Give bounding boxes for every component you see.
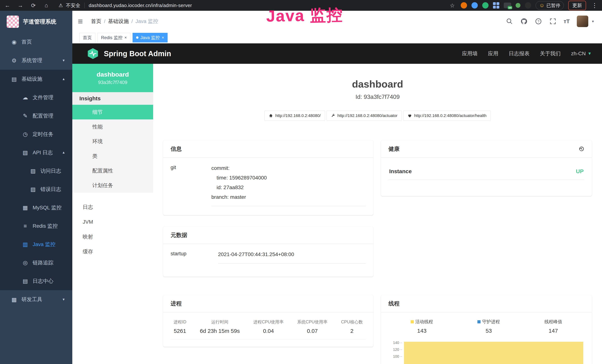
update-button[interactable]: 更新 [568, 1, 586, 10]
sidebar-item-log-center[interactable]: ▤ 日志中心 [0, 272, 72, 290]
sidebar-item-tracing[interactable]: ◎ 链路追踪 [0, 254, 72, 272]
sba-nav-journal[interactable]: 日志报表 [509, 50, 529, 57]
bookmark-star-icon[interactable]: ☆ [448, 2, 456, 9]
stat-value: 2 [341, 328, 363, 334]
sidebar-item-mysql-monitor[interactable]: ▦ MySQL 监控 [0, 198, 72, 217]
link-label: http://192.168.0.2:48080/ [275, 113, 321, 118]
sidebar-item-logfile[interactable]: 日志 [72, 200, 153, 214]
edit-icon: ✎ [22, 113, 29, 119]
infrastructure-submenu: ▤ 基础设施 ▲ ☁ 文件管理 ✎ 配置管理 ◷ 定时任务 ▧ API 日志 ▲ [0, 70, 72, 290]
close-icon[interactable]: × [124, 35, 127, 40]
reload-icon[interactable]: ⟳ [29, 2, 37, 9]
sidebar-item-caches[interactable]: 缓存 [72, 244, 153, 259]
sidebar-item-java-monitor[interactable]: ▥ Java 监控 [0, 235, 72, 254]
sidebar-item-label: MySQL 监控 [33, 204, 62, 211]
extension-icon-blue-drop[interactable] [472, 2, 478, 9]
startup-value: 2021-04-27T00:44:31.254+08:00 [218, 250, 366, 259]
page-title: dashboard [153, 78, 602, 90]
info-row-git: git commit: time: 1596289704000 id: 27aa… [171, 163, 366, 206]
back-icon[interactable]: ← [3, 2, 11, 9]
instance-header[interactable]: dashboard 93a3fc7f7409 [72, 64, 153, 92]
font-size-icon[interactable]: тT [564, 18, 570, 24]
metadata-card-body: startup 2021-04-27T00:44:31.254+08:00 [163, 244, 373, 270]
history-icon[interactable] [579, 146, 584, 152]
insight-item-configprops[interactable]: 配置属性 [72, 163, 153, 178]
sidebar-item-mappings[interactable]: 映射 [72, 229, 153, 244]
sba-nav-wallboard[interactable]: 应用墙 [462, 50, 478, 57]
insights-section-title: Insights [72, 92, 153, 105]
fullscreen-icon[interactable] [549, 18, 557, 25]
home-icon[interactable]: ⌂ [42, 2, 50, 9]
insight-item-metrics[interactable]: 性能 [72, 119, 153, 134]
sidebar-item-home[interactable]: ◉ 首页 [0, 33, 72, 51]
sidebar-item-file-management[interactable]: ☁ 文件管理 [0, 88, 72, 107]
sidebar-item-redis-monitor[interactable]: ≡ Redis 监控 [0, 217, 72, 235]
legend-value: 53 [477, 328, 500, 334]
insight-item-beans[interactable]: 类 [72, 149, 153, 163]
extension-icon-green[interactable] [482, 2, 489, 9]
url-text[interactable]: dashboard.yudao.iocoder.cn/infra/admin-s… [89, 3, 192, 8]
sidebar-toggle-icon[interactable]: ≡ [72, 16, 84, 26]
sidebar-item-jvm[interactable]: JVM [72, 214, 153, 229]
extension-icon-leaf[interactable] [516, 3, 520, 8]
close-icon[interactable]: × [162, 35, 164, 40]
process-card: 进程 进程ID 5261 运行时间 6d 23h 15m 59s [163, 295, 373, 347]
service-url-link[interactable]: http://192.168.0.2:48080/ [264, 111, 325, 121]
sidebar-item-error-logs[interactable]: ▨ 错误日志 [0, 180, 72, 198]
tab-label: Redis 监控 [101, 35, 123, 41]
sidebar-item-system-management[interactable]: ⚙ 系统管理 ▼ [0, 51, 72, 70]
tab-java-monitor[interactable]: Java 监控 × [133, 33, 168, 43]
sba-nav: 应用墙 应用 日志报表 关于我们 zh-CN ▼ [462, 50, 592, 57]
tab-redis-monitor[interactable]: Redis 监控 × [97, 33, 130, 43]
user-avatar[interactable] [577, 16, 588, 27]
chevron-down-icon: ▼ [62, 298, 65, 301]
avatar-caret-icon[interactable]: ▾ [592, 19, 594, 23]
sidebar-item-scheduled-tasks[interactable]: ◷ 定时任务 [0, 125, 72, 143]
extension-icon-puzzle[interactable] [525, 2, 531, 9]
live-threads-area [404, 342, 583, 364]
tab-label: Java 监控 [140, 35, 160, 41]
breadcrumb-section[interactable]: 基础设施 [108, 18, 129, 25]
search-icon[interactable] [506, 18, 513, 25]
sidebar-item-dev-tools[interactable]: ▩ 研发工具 ▼ [0, 290, 72, 309]
sidebar-item-infrastructure[interactable]: ▤ 基础设施 ▲ [0, 70, 72, 88]
tab-home[interactable]: 首页 [79, 33, 95, 43]
app-logo[interactable]: 芋道管理系统 [0, 11, 72, 33]
browser-menu-icon[interactable]: ⋮ [591, 2, 599, 9]
sidebar-item-config-management[interactable]: ✎ 配置管理 [0, 107, 72, 125]
info-key: git [171, 163, 211, 206]
sba-nav-about[interactable]: 关于我们 [540, 50, 561, 57]
cards-column-left: 信息 git commit: time: 1596289704000 id: 2… [163, 140, 373, 347]
cards-column-right: 健康 Instance UP [381, 140, 592, 364]
legend-label: 活动线程 [415, 319, 433, 325]
insight-item-scheduled-tasks[interactable]: 计划任务 [72, 178, 153, 193]
instance-sidebar: dashboard 93a3fc7f7409 Insights 细节 性能 环境… [72, 64, 153, 364]
sidebar-item-access-logs[interactable]: ▨ 访问日志 [0, 162, 72, 180]
extension-icon-grid[interactable] [493, 2, 499, 9]
sidebar-item-api-logs[interactable]: ▧ API 日志 ▲ [0, 143, 72, 162]
actuator-url-link[interactable]: http://192.168.0.2:48080/actuator [326, 111, 402, 121]
stat-uptime: 运行时间 6d 23h 15m 59s [200, 319, 240, 334]
address-bar[interactable]: ⚠ 不安全 dashboard.yudao.iocoder.cn/infra/a… [59, 2, 192, 9]
sidebar-item-label: 系统管理 [22, 57, 42, 64]
sba-nav-applications[interactable]: 应用 [488, 50, 498, 57]
help-icon[interactable]: ? [535, 18, 542, 25]
extension-icon-switch[interactable]: on [504, 3, 511, 8]
forward-icon[interactable]: → [16, 2, 24, 9]
paused-badge[interactable]: ☺ 已暂停 [536, 1, 564, 10]
health-url-link[interactable]: http://192.168.0.2:48080/actuator/health [403, 111, 491, 121]
card-title: 元数据 [171, 231, 187, 239]
app-logo-image [7, 16, 19, 28]
chevron-down-icon: ▼ [62, 59, 65, 63]
locale-select[interactable]: zh-CN ▼ [571, 51, 592, 57]
insight-item-details[interactable]: 细节 [72, 105, 153, 119]
insight-item-environment[interactable]: 环境 [72, 134, 153, 149]
breadcrumb-current: Java 监控 [135, 18, 158, 25]
stat-value: 6d 23h 15m 59s [200, 328, 240, 334]
eye-icon: ◎ [22, 259, 29, 266]
github-icon[interactable] [520, 18, 528, 25]
stat-label: 进程CPU使用率 [253, 319, 284, 325]
breadcrumb-home[interactable]: 首页 [91, 18, 101, 25]
metadata-value: 2021-04-27T00:44:31.254+08:00 [218, 250, 366, 264]
extension-icon-orange[interactable] [461, 2, 467, 9]
